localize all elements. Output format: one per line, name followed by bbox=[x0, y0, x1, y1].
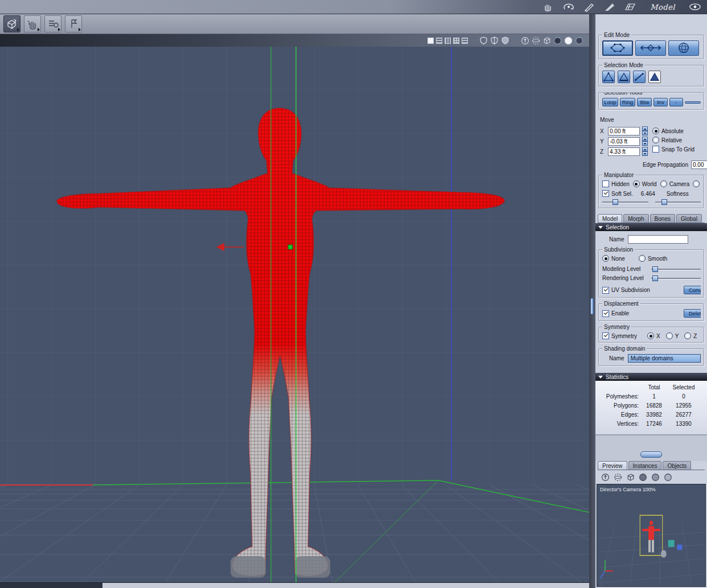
hand-tool-icon[interactable] bbox=[542, 2, 554, 12]
pen-tool-icon[interactable] bbox=[583, 2, 595, 12]
group-title: Edit Mode bbox=[602, 32, 631, 38]
tab-morph[interactable]: Morph bbox=[623, 214, 648, 223]
move-object-tool[interactable] bbox=[3, 15, 20, 32]
layout-split-v-icon[interactable] bbox=[445, 38, 451, 44]
statistics-section-header[interactable]: Statistics bbox=[595, 373, 707, 381]
select-line-mode-button[interactable] bbox=[633, 71, 646, 83]
dashed-sphere-icon[interactable] bbox=[532, 36, 540, 45]
selection-name-input[interactable] bbox=[628, 235, 688, 244]
ring-button[interactable]: Ring bbox=[620, 98, 636, 106]
symmetry-y-radio[interactable]: Y bbox=[666, 332, 679, 339]
absolute-radio[interactable]: Absolute bbox=[652, 128, 694, 134]
layout-quad-icon[interactable] bbox=[453, 38, 459, 44]
x-spinner[interactable] bbox=[642, 126, 648, 135]
panel-splitter[interactable] bbox=[589, 14, 595, 588]
axis-sphere-icon[interactable] bbox=[601, 473, 610, 482]
tab-global[interactable]: Global bbox=[676, 214, 702, 223]
camera-radio[interactable]: Camera bbox=[660, 180, 690, 187]
axis-flag-tool[interactable] bbox=[65, 15, 82, 32]
stack-tool[interactable] bbox=[44, 15, 61, 32]
z-position-input[interactable] bbox=[608, 147, 640, 156]
shield-flat-icon[interactable] bbox=[479, 36, 488, 45]
layout-single-icon[interactable] bbox=[428, 38, 434, 44]
sphere-mid-icon[interactable] bbox=[651, 473, 660, 482]
symmetry-x-radio[interactable]: X bbox=[647, 332, 660, 339]
displacement-enable-checkbox[interactable]: Enable bbox=[602, 310, 629, 317]
extra-selection-button[interactable] bbox=[685, 101, 701, 104]
preview-viewport[interactable]: Director's Camera 100% bbox=[597, 484, 706, 587]
select-face-mode-button[interactable] bbox=[648, 71, 661, 83]
soft-selection-checkbox[interactable]: Soft Sel. bbox=[602, 190, 633, 197]
center-handle-icon bbox=[288, 245, 293, 249]
uv-subdivision-checkbox[interactable]: UV Subdivision bbox=[602, 287, 650, 294]
shading-domain-dropdown[interactable]: Multiple domains bbox=[628, 354, 701, 363]
tab-instances[interactable]: Instances bbox=[628, 461, 662, 470]
wire-cube-icon[interactable] bbox=[542, 36, 551, 45]
rotate-tool-icon[interactable] bbox=[562, 2, 575, 12]
delete-button[interactable]: Delet bbox=[684, 309, 701, 318]
loop-button[interactable]: Loop bbox=[602, 98, 618, 106]
edit-mode-sphere-button[interactable] bbox=[668, 40, 699, 56]
world-radio[interactable]: World bbox=[633, 180, 657, 187]
convert-button[interactable]: Conv bbox=[684, 286, 701, 294]
between-button[interactable]: Btw bbox=[637, 98, 652, 106]
statistics-header-row: Total Selected bbox=[598, 383, 706, 392]
push-hand-tool[interactable] bbox=[24, 15, 41, 32]
selection-section-header[interactable]: Selection bbox=[595, 223, 707, 231]
y-position-input[interactable] bbox=[608, 137, 640, 146]
tab-preview[interactable]: Preview bbox=[598, 461, 627, 470]
edge-propagation-input[interactable] bbox=[691, 161, 707, 169]
viewport-horizontal-scrollbar[interactable] bbox=[0, 582, 589, 588]
layout-mixed-icon[interactable] bbox=[462, 38, 468, 44]
tab-bones[interactable]: Bones bbox=[650, 214, 675, 223]
symmetry-z-radio[interactable]: Z bbox=[684, 332, 697, 339]
tab-objects[interactable]: Objects bbox=[663, 461, 691, 470]
property-tabs: Model Morph Bones Global bbox=[598, 214, 705, 223]
softness-slider[interactable] bbox=[655, 199, 701, 205]
wire-cube-icon[interactable] bbox=[626, 473, 635, 482]
selection-tools-group: Selection Tools Loop Ring Btw Inv - bbox=[598, 92, 704, 110]
subdivision-smooth-radio[interactable]: Smooth bbox=[639, 255, 667, 262]
table-row: Vertices: 17246 13390 bbox=[598, 420, 706, 429]
sphere-dark-icon[interactable] bbox=[639, 473, 647, 482]
select-edge-mode-button[interactable] bbox=[618, 71, 630, 83]
modeling-level-slider[interactable] bbox=[651, 266, 701, 272]
relative-radio[interactable]: Relative bbox=[652, 137, 694, 143]
sphere-dark-icon[interactable] bbox=[553, 36, 562, 45]
rendering-level-slider[interactable] bbox=[651, 275, 701, 281]
minus-button[interactable]: - bbox=[669, 98, 683, 106]
panel-splitter-handle[interactable] bbox=[640, 451, 662, 458]
shading-domain-group: Shading domain Name Multiple domains bbox=[598, 348, 704, 366]
snap-to-grid-checkbox[interactable]: Snap To Grid bbox=[652, 146, 694, 153]
splitter-grip-handle[interactable] bbox=[590, 298, 594, 315]
soft-selection-slider[interactable] bbox=[602, 199, 648, 205]
dashed-sphere-icon[interactable] bbox=[614, 473, 622, 482]
subdivision-none-radio[interactable]: None bbox=[602, 255, 625, 262]
tool-dropdown-arrow-icon bbox=[58, 28, 60, 31]
z-spinner[interactable] bbox=[642, 147, 648, 156]
edit-mode-translate-button[interactable] bbox=[635, 40, 666, 56]
layout-split-h-icon[interactable] bbox=[436, 38, 442, 44]
shield-split-icon[interactable] bbox=[490, 36, 499, 45]
symmetry-group: Symmetry Symmetry X Y Z bbox=[598, 327, 704, 343]
sphere-mid-icon[interactable] bbox=[575, 36, 583, 45]
x-position-input[interactable] bbox=[608, 127, 640, 135]
invert-button[interactable]: Inv bbox=[653, 98, 667, 106]
group-title: Subdivision bbox=[602, 246, 635, 253]
panel-divider-zone bbox=[595, 435, 707, 461]
selection-radio[interactable]: Sele bbox=[693, 180, 701, 187]
axis-sphere-icon[interactable] bbox=[521, 36, 529, 45]
eye-icon[interactable] bbox=[689, 2, 701, 12]
knife-tool-icon[interactable] bbox=[603, 2, 616, 12]
shield-filled-icon[interactable] bbox=[501, 36, 509, 45]
sphere-light-icon[interactable] bbox=[564, 36, 573, 45]
tab-model[interactable]: Model bbox=[598, 214, 622, 223]
symmetry-checkbox[interactable]: Symmetry bbox=[602, 332, 637, 339]
hidden-checkbox[interactable]: Hidden bbox=[602, 180, 630, 187]
y-spinner[interactable] bbox=[642, 137, 648, 146]
sphere-light-icon[interactable] bbox=[664, 473, 672, 482]
uv-grid-tool-icon[interactable] bbox=[624, 2, 636, 12]
viewport-3d[interactable] bbox=[0, 47, 589, 582]
select-point-mode-button[interactable] bbox=[602, 71, 615, 83]
edit-mode-vertex-button[interactable] bbox=[602, 40, 633, 56]
